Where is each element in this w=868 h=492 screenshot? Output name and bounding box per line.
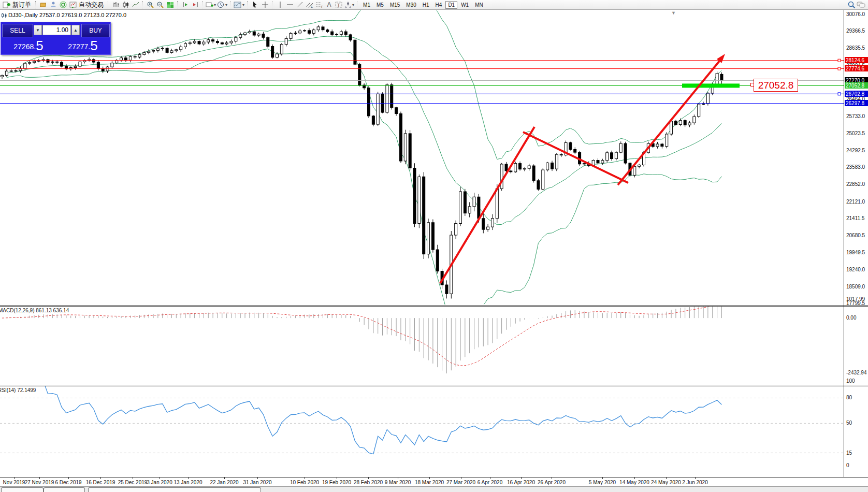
date-label: 6 Dec 2019 [55,480,81,485]
chart-region[interactable]: DJ30-,Daily 27537.0 27619.0 27123.0 2727… [0,10,868,492]
price-annotation-box[interactable]: 27052.8 [754,79,798,92]
pane-splitter [0,306,868,307]
date-tick [160,477,160,479]
macd-layer [2,299,721,373]
volume-input[interactable]: 1.00 [42,25,71,35]
price-tick: 23583.0 [846,164,868,170]
pane-splitter[interactable] [0,305,868,306]
date-label: 28 Feb 2020 [354,480,383,485]
rsi-axis-label: 50 [846,420,868,426]
green-zone-layer[interactable] [682,83,740,88]
date-tick [695,477,696,479]
rsi-axis-label: 0 [846,462,868,468]
object-marker-icon[interactable]: ▼ [671,10,676,16]
date-label: 18 Mar 2020 [415,480,444,485]
price-axis-border [844,10,844,477]
date-tick [429,477,430,479]
price-level-label: 28124.6 [845,57,868,63]
symbol-ohlc-header: DJ30-,Daily 27537.0 27619.0 27123.0 2727… [8,12,126,18]
volume-up-button[interactable]: ▲ [71,25,80,35]
date-tick [133,477,133,479]
volume-down-button[interactable]: ▼ [34,25,42,35]
date-label: 6 Apr 2020 [478,480,502,485]
chart-tab-strip [0,486,868,492]
date-label: 27 Nov 2019 [25,480,54,485]
date-label: 27 Mar 2020 [446,480,475,485]
date-label: 31 Jan 2020 [243,480,271,485]
price-level-label: 26702.8 [845,91,868,97]
date-label: 3 Jan 2020 [147,480,172,485]
date-label: 19 Feb 2020 [322,480,351,485]
sell-button[interactable]: SELL [2,24,33,37]
date-label: 24 May 2020 [651,480,681,485]
rsi-axis-label: 100 [846,378,868,384]
chart-tab[interactable] [88,487,261,492]
bollinger-bands-layer [7,0,722,320]
date-tick [634,477,635,479]
date-tick [490,477,490,479]
chart-icon [1,12,7,19]
date-label: 22 Jan 2020 [210,480,238,485]
date-tick [602,477,603,479]
date-label: Nov 2019 [3,480,25,485]
price-tick: 25023.5 [846,131,868,136]
one-click-trade-panel: SELL ▼ 1.00 ▲ BUY 27268.5 27277.5 [1,22,111,55]
pane-splitter [0,386,868,386]
price-tick: 30076.0 [846,11,868,17]
date-label: 9 Mar 2020 [385,480,411,485]
buy-button[interactable]: BUY [81,24,110,37]
date-label: 5 May 2020 [589,480,616,485]
sell-price[interactable]: 27268.5 [2,38,55,53]
date-tick [224,477,225,479]
macd-label: MACD(12,26,9) 861.13 636.14 [0,308,69,313]
buy-price[interactable]: 27277.5 [56,38,109,53]
price-tick: 29366.5 [846,28,868,34]
pane-splitter[interactable] [0,385,868,385]
date-tick [188,477,189,479]
date-label: 10 Feb 2020 [290,480,319,485]
date-label: 26 Apr 2020 [538,480,566,485]
date-tick [100,477,101,479]
macd-axis-label: 0.00 [846,315,868,321]
chart-tab[interactable] [1,487,44,492]
price-level-label: 26297.8 [845,100,868,106]
annotation-anchor[interactable] [750,83,754,86]
date-label: 16 Apr 2020 [507,480,535,485]
sell-price-small: 27268. [13,41,36,52]
date-tick [39,477,40,479]
date-label: 13 Jan 2020 [173,480,202,485]
date-label: 25 Dec 2019 [118,480,148,485]
date-label: 14 May 2020 [619,480,649,485]
date-tick [305,477,305,479]
sell-price-big: 5 [36,39,43,52]
macd-axis-label: -2432.94 [846,370,868,375]
price-tick: 21411.5 [846,215,868,221]
macd-axis-label: 1017.99 [846,296,868,302]
price-tick: 18509.0 [846,284,868,290]
date-tick [552,477,552,479]
price-tick: 19240.0 [846,267,868,272]
price-tick: 19949.5 [846,250,868,255]
date-axis[interactable]: Nov 201927 Nov 20196 Dec 201916 Dec 2019… [0,477,868,487]
date-tick [368,477,369,479]
date-label: 2 Jun 2020 [682,480,708,485]
buy-price-small: 27277. [68,41,90,52]
date-label: 16 Dec 2019 [86,480,115,485]
price-tick: 24292.5 [846,148,868,153]
rsi-layer [0,381,844,454]
date-tick [68,477,69,479]
rsi-axis-label: 80 [846,395,868,400]
date-tick [337,477,337,479]
price-tick: 22852.0 [846,181,868,187]
rsi-axis-label: 15 [846,450,868,456]
date-tick [521,477,522,479]
chart-canvas[interactable] [0,0,868,492]
date-tick [257,477,258,479]
price-tick: 22121.0 [846,199,868,205]
rsi-label: RSI(14) 72.1499 [0,387,36,393]
price-tick: 25733.0 [846,113,868,119]
price-tick: 20680.5 [846,233,868,238]
date-tick [461,477,461,479]
price-level-label: 27774.6 [845,65,868,71]
chart-tab[interactable] [44,487,85,492]
